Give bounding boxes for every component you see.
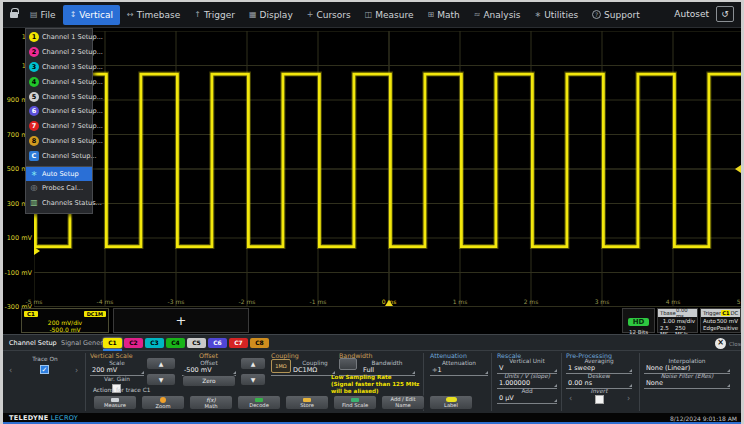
x-axis-label: 5 ms <box>729 298 741 305</box>
scale-down-button[interactable]: ▼ <box>146 373 176 386</box>
timebase-summary-box[interactable]: Tbase 0.00 ms 1.00 ms/div 2.5 MS 250 MS/… <box>657 308 698 333</box>
close-icon[interactable]: × <box>715 338 726 349</box>
trigger-level-marker-icon[interactable] <box>735 165 741 173</box>
channel-button-c3[interactable]: C3 <box>145 338 164 348</box>
vertical-menu-item-channel-4-setup[interactable]: 4Channel 4 Setup... <box>26 74 92 89</box>
menu-item-timebase[interactable]: ↔Timebase <box>120 5 187 25</box>
add-field[interactable]: 0 μV <box>497 394 557 404</box>
menu-item-label: Channel Setup... <box>42 152 97 160</box>
trigger-mode: Auto <box>703 318 716 324</box>
menubar-items: ▤File↕Vertical↔Timebase↑Trigger▦Display+… <box>23 2 647 27</box>
coupling-header: Coupling <box>271 352 299 359</box>
button-label: Math <box>205 404 218 409</box>
active-channel-underline <box>103 349 122 351</box>
autoset-button[interactable]: Autoset <box>674 9 709 19</box>
menu-item-vertical[interactable]: ↕Vertical <box>63 5 120 25</box>
vertical-menu-item-channel-3-setup[interactable]: 3Channel 3 Setup... <box>26 60 92 75</box>
vertical-menu-item-channel-1-setup[interactable]: 1Channel 1 Setup... <box>26 30 92 45</box>
menu-item-support[interactable]: ?Support <box>585 5 647 25</box>
button-label: Label <box>444 403 458 408</box>
menu-item-measure[interactable]: ◫Measure <box>358 5 421 25</box>
channel-buttons: C1C2C3C4C5C6C7C8 <box>103 338 269 348</box>
menu-item-trigger[interactable]: ↑Trigger <box>187 5 242 25</box>
attenuation-field[interactable]: ÷1 <box>430 366 488 376</box>
offset-up-button[interactable]: ▲ <box>240 357 266 370</box>
menu-item-label: Channel 2 Setup... <box>42 48 103 56</box>
menu-item-math[interactable]: ⊞Math <box>421 5 467 25</box>
x-axis-label: -5 ms <box>19 298 49 305</box>
trigger-summary-box[interactable]: Trigger C1 DC Auto 500 mV Edge Positive <box>700 308 741 333</box>
trigger-icon: ↑ <box>194 10 201 19</box>
measure-action-icon <box>111 398 119 402</box>
scale-up-button[interactable]: ▲ <box>146 357 176 370</box>
vertical-menu-item-channel-6-setup[interactable]: 6Channel 6 Setup... <box>26 104 92 119</box>
channel-button-c4[interactable]: C4 <box>166 338 185 348</box>
vertical-menu-item-channel-2-setup[interactable]: 2Channel 2 Setup... <box>26 45 92 60</box>
menu-item-label: Measure <box>375 10 413 20</box>
menu-item-label: Trigger <box>204 10 235 20</box>
noise-filter-field[interactable]: None <box>644 379 730 389</box>
vertical-menu-item-channel-5-setup[interactable]: 5Channel 5 Setup... <box>26 89 92 104</box>
prev-channel-icon[interactable]: ‹ <box>9 366 12 375</box>
zoom-button[interactable]: Zoom <box>141 395 185 410</box>
timebase-title: Tbase <box>660 310 676 316</box>
preprocessing-left-icon[interactable]: ‹ <box>569 394 572 403</box>
trigger-kind: Edge <box>703 325 717 331</box>
preprocessing-right-icon[interactable]: › <box>627 394 630 403</box>
channel-button-c7[interactable]: C7 <box>229 338 248 348</box>
trigger-source-chip: C1 <box>721 310 730 316</box>
menu-item-label: File <box>41 10 56 20</box>
var-gain-label: Var. Gain <box>90 376 144 382</box>
channel-button-c5[interactable]: C5 <box>187 338 206 348</box>
hd-mode-box[interactable]: HD 12 Bits <box>622 308 655 333</box>
undo-autoset-icon[interactable]: ↺ <box>716 6 734 22</box>
channel-button-c1[interactable]: C1 <box>103 338 122 348</box>
trigger-coupling: DC <box>730 310 738 316</box>
channel-button-c8[interactable]: C8 <box>250 338 269 348</box>
scale-field[interactable]: 200 mV <box>90 366 144 376</box>
find-scale-button[interactable]: Find Scale <box>333 395 377 410</box>
tab-channel-setup[interactable]: Channel Setup <box>9 339 57 347</box>
trigger-time-marker-icon[interactable] <box>385 300 393 306</box>
attenuation-header: Attenuation <box>430 352 467 359</box>
menu-item-analysis[interactable]: ≈Analysis <box>467 5 528 25</box>
trace-on-checkbox[interactable] <box>40 365 49 374</box>
zero-button[interactable]: Zero <box>182 375 236 387</box>
channel-6-icon: 6 <box>29 106 39 116</box>
vertical-menu-item-channels-status[interactable]: ▥Channels Status... <box>26 196 92 211</box>
math-button[interactable]: f(x)Math <box>189 395 233 410</box>
add-edit-name-button[interactable]: Add / EditName <box>381 395 425 410</box>
measure-button[interactable]: Measure <box>93 395 137 410</box>
decode-button[interactable]: Decode <box>237 395 281 410</box>
label-button[interactable]: Label <box>429 395 473 410</box>
math-icon: ⊞ <box>428 10 435 19</box>
store-button[interactable]: Store <box>285 395 329 410</box>
offset-down-button[interactable]: ▼ <box>240 373 266 386</box>
vertical-menu-item-probes-cal[interactable]: ◎Probes Cal... <box>26 181 92 196</box>
add-trace-button[interactable]: + <box>113 308 249 333</box>
vertical-menu-item-auto-setup[interactable]: ∗Auto Setup <box>26 166 92 181</box>
menu-item-label: Vertical <box>79 10 113 20</box>
lock-icon <box>10 12 18 18</box>
find-scale-action-icon <box>351 398 359 402</box>
store-action-icon <box>303 398 311 402</box>
menu-item-file[interactable]: ▤File <box>23 5 63 25</box>
vertical-menu-dropdown: 1Channel 1 Setup...2Channel 2 Setup...3C… <box>25 28 93 214</box>
channel-button-c2[interactable]: C2 <box>124 338 143 348</box>
invert-checkbox[interactable] <box>595 395 604 404</box>
support-icon: ? <box>592 10 601 19</box>
menu-item-display[interactable]: ▦Display <box>242 5 300 25</box>
button-label: Name <box>395 403 410 409</box>
file-icon: ▤ <box>30 10 38 19</box>
vertical-menu-item-channel-8-setup[interactable]: 8Channel 8 Setup... <box>26 134 92 149</box>
vertical-menu-item-channel-7-setup[interactable]: 7Channel 7 Setup... <box>26 119 92 134</box>
channel-button-c6[interactable]: C6 <box>208 338 227 348</box>
clock: 8/12/2024 9:01:18 AM <box>670 415 737 422</box>
c1-trace-marker-icon[interactable] <box>34 247 40 255</box>
menu-item-cursors[interactable]: +Cursors <box>300 5 358 25</box>
vertical-menu-item-channel-setup[interactable]: CChannel Setup... <box>26 148 92 163</box>
coupling-field[interactable]: DC1MΩ <box>271 366 335 376</box>
c1-descriptor-box[interactable]: C1 DC1M 200 mV/div -500.0 mV <box>21 308 109 333</box>
menu-item-utilities[interactable]: ∗Utilities <box>528 5 586 25</box>
next-channel-icon[interactable]: › <box>75 366 78 375</box>
